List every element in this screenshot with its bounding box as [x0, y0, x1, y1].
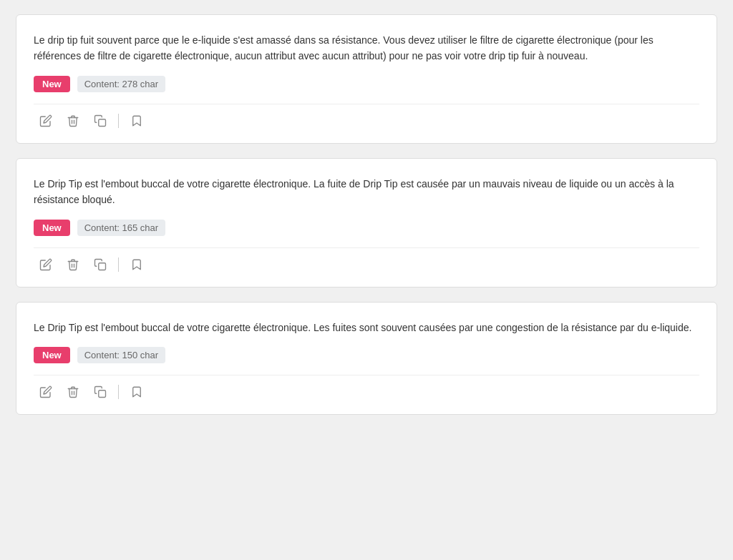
badge-new: New [34, 347, 70, 363]
svg-rect-1 [99, 262, 106, 270]
card-3: Le Drip Tip est l'embout buccal de votre… [16, 302, 717, 415]
edit-button[interactable] [34, 381, 58, 403]
card-2: Le Drip Tip est l'embout buccal de votre… [16, 158, 717, 288]
bookmark-button[interactable] [125, 254, 149, 275]
delete-button[interactable] [61, 381, 85, 403]
action-divider [118, 114, 119, 128]
edit-icon [39, 385, 52, 398]
card-meta: New Content: 150 char [34, 347, 699, 363]
bookmark-button[interactable] [125, 110, 149, 132]
delete-icon [67, 385, 79, 398]
copy-icon [94, 258, 107, 271]
card-meta: New Content: 165 char [34, 220, 699, 236]
bookmark-icon [130, 258, 143, 271]
bookmark-icon [130, 114, 143, 127]
content-info: Content: 165 char [77, 220, 165, 236]
svg-rect-0 [99, 119, 106, 127]
bookmark-button[interactable] [125, 381, 149, 403]
card-text: Le Drip Tip est l'embout buccal de votre… [34, 176, 699, 208]
card-1: Le drip tip fuit souvent parce que le e-… [16, 14, 717, 144]
edit-button[interactable] [34, 254, 58, 275]
copy-button[interactable] [88, 381, 112, 403]
copy-button[interactable] [88, 110, 112, 132]
svg-rect-2 [99, 390, 106, 398]
content-info: Content: 150 char [77, 347, 165, 363]
delete-icon [67, 114, 79, 127]
card-meta: New Content: 278 char [34, 76, 699, 92]
edit-button[interactable] [34, 110, 58, 132]
edit-icon [39, 258, 52, 271]
delete-button[interactable] [61, 254, 85, 275]
content-info: Content: 278 char [77, 76, 165, 92]
copy-icon [94, 385, 107, 398]
action-divider [118, 257, 119, 272]
edit-icon [39, 114, 52, 127]
card-text: Le drip tip fuit souvent parce que le e-… [34, 32, 699, 64]
delete-button[interactable] [61, 110, 85, 132]
badge-new: New [34, 220, 70, 236]
badge-new: New [34, 76, 70, 92]
card-text: Le Drip Tip est l'embout buccal de votre… [34, 320, 699, 335]
card-actions [34, 104, 699, 132]
card-actions [34, 375, 699, 403]
delete-icon [67, 258, 79, 271]
bookmark-icon [130, 385, 143, 398]
copy-icon [94, 114, 107, 127]
action-divider [118, 385, 119, 399]
card-actions [34, 247, 699, 275]
copy-button[interactable] [88, 254, 112, 275]
